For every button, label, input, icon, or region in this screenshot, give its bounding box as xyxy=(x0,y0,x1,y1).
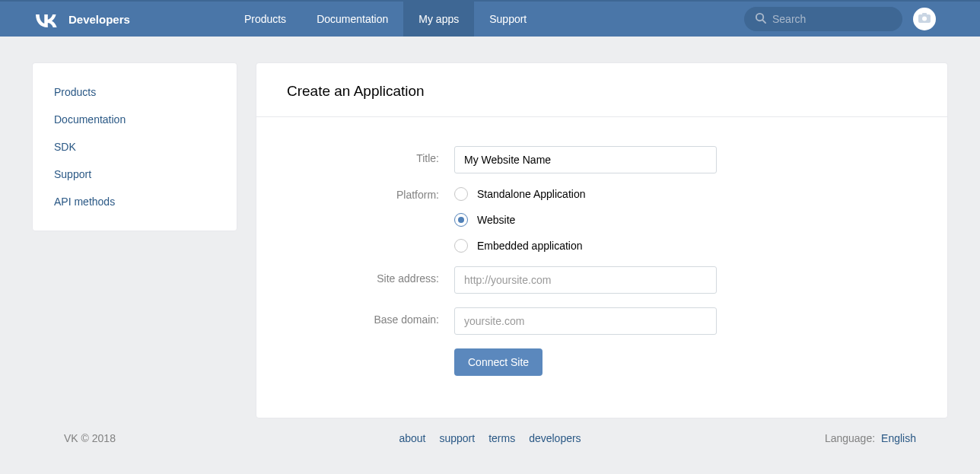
brand-label: Developers xyxy=(68,13,130,26)
sidebar-item-sdk[interactable]: SDK xyxy=(33,133,237,161)
radio-icon xyxy=(454,213,468,227)
language-label: Language: xyxy=(825,432,875,444)
camera-icon xyxy=(918,13,931,25)
search-box[interactable] xyxy=(744,7,902,31)
sidebar-item-documentation[interactable]: Documentation xyxy=(33,106,237,133)
sidebar-item-api-methods[interactable]: API methods xyxy=(33,188,237,215)
header: Developers Products Documentation My app… xyxy=(0,0,980,37)
logo[interactable]: Developers xyxy=(32,11,130,27)
svg-point-4 xyxy=(922,17,927,21)
platform-label: Platform: xyxy=(256,187,454,201)
footer-links: about support terms developers xyxy=(399,432,581,444)
platform-radio-embedded[interactable]: Embedded application xyxy=(454,239,717,253)
site-address-input[interactable] xyxy=(454,266,717,294)
nav-products[interactable]: Products xyxy=(229,2,301,37)
footer-link-about[interactable]: about xyxy=(399,432,425,444)
avatar[interactable] xyxy=(913,8,936,30)
nav-support[interactable]: Support xyxy=(474,2,542,37)
copyright: VK © 2018 xyxy=(64,432,116,444)
sidebar-item-support[interactable]: Support xyxy=(33,161,237,188)
sidebar: Products Documentation SDK Support API m… xyxy=(32,62,237,231)
nav-my-apps[interactable]: My apps xyxy=(403,2,474,37)
svg-rect-3 xyxy=(922,13,927,15)
footer-link-support[interactable]: support xyxy=(439,432,475,444)
radio-label: Standalone Application xyxy=(477,188,585,200)
footer-link-terms[interactable]: terms xyxy=(488,432,515,444)
main-panel: Create an Application Title: Platform: S… xyxy=(256,62,948,418)
site-address-label: Site address: xyxy=(256,266,454,285)
connect-site-button[interactable]: Connect Site xyxy=(454,348,542,376)
search-icon xyxy=(755,12,766,26)
vk-logo-icon xyxy=(32,11,61,27)
title-input[interactable] xyxy=(454,146,717,173)
top-nav: Products Documentation My apps Support xyxy=(229,2,542,37)
search-input[interactable] xyxy=(772,13,892,25)
radio-icon xyxy=(454,187,468,201)
footer-link-developers[interactable]: developers xyxy=(529,432,581,444)
svg-line-1 xyxy=(762,20,765,23)
radio-icon xyxy=(454,239,468,253)
create-app-form: Title: Platform: Standalone Application … xyxy=(256,117,947,415)
base-domain-label: Base domain: xyxy=(256,307,454,326)
radio-label: Embedded application xyxy=(477,240,583,252)
nav-documentation[interactable]: Documentation xyxy=(301,2,403,37)
page-title: Create an Application xyxy=(256,63,947,117)
footer: VK © 2018 about support terms developers… xyxy=(32,432,948,444)
platform-radio-standalone[interactable]: Standalone Application xyxy=(454,187,717,201)
platform-radio-website[interactable]: Website xyxy=(454,213,717,227)
language-select[interactable]: English xyxy=(881,432,916,444)
title-label: Title: xyxy=(256,146,454,164)
base-domain-input[interactable] xyxy=(454,307,717,335)
radio-label: Website xyxy=(477,214,515,226)
sidebar-item-products[interactable]: Products xyxy=(33,78,237,106)
